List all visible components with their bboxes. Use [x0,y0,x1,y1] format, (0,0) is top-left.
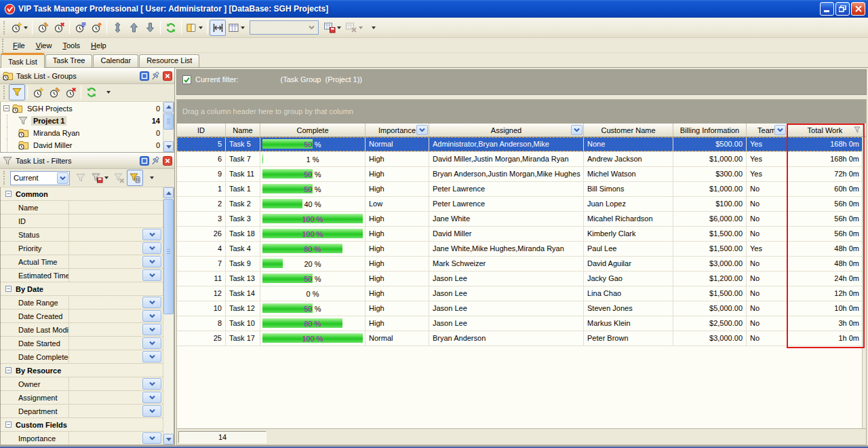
column-filter-dropdown-icon[interactable] [571,125,583,135]
grid-export-button[interactable] [321,20,343,36]
filter-field-date-completed[interactable]: Date Completed [1,350,163,364]
task-row-task-7[interactable]: 6Task 71%HighDavid Miller,Justin Morgan,… [177,152,866,167]
refresh-button[interactable] [163,20,179,36]
filter-field-date-range[interactable]: Date Range [1,296,163,310]
chevron-down-icon[interactable] [142,297,161,308]
scroll-up-icon[interactable] [163,102,174,113]
group-new-button[interactable] [30,84,46,100]
grid-scroll-strip[interactable] [862,137,866,428]
filter-field-value[interactable] [68,405,163,417]
group-edit-button[interactable] [46,84,62,100]
filter-field-value[interactable] [68,391,163,404]
filter-field-estimated-time[interactable]: Estimated Time [1,269,163,282]
chevron-down-icon[interactable] [142,337,161,349]
scroll-thumb[interactable] [163,199,174,314]
filter-field-importance[interactable]: Importance [1,432,163,445]
task-row-task-12[interactable]: 10Task 1250%HighJason LeeSteven Jones$5,… [177,301,866,316]
new-task-button[interactable] [9,20,30,36]
chevron-down-icon[interactable] [142,351,161,362]
menu-help[interactable]: Help [85,39,112,52]
chevron-down-icon[interactable] [306,22,317,33]
group-filter-button[interactable] [9,84,25,100]
tab-resource-list[interactable]: Resource List [139,54,199,67]
chevron-down-icon[interactable] [142,242,161,254]
chevron-down-icon[interactable] [142,378,161,390]
filter-field-date-last-modifi[interactable]: Date Last Modifi [1,323,163,337]
column-header-customer[interactable]: Customer Name [584,124,673,136]
tree-item-project-1[interactable]: Project 114 [1,115,163,127]
column-header-team[interactable]: Team [747,124,787,136]
grid-clear-button[interactable] [343,20,365,36]
column-header-assigned[interactable]: Assigned [429,124,584,136]
tab-task-list[interactable]: Task List [1,53,45,68]
column-header-id[interactable]: ID [177,124,226,136]
filter-field-date-created[interactable]: Date Created [1,310,163,323]
move-down-button[interactable] [142,20,158,36]
task-row-task-2[interactable]: 2Task 240%LowPeter LawrenceJuan Lopez$10… [177,197,866,212]
column-header-name[interactable]: Name [226,124,260,136]
filter-field-id[interactable]: ID [1,214,163,228]
tree-expander-icon[interactable]: − [3,105,9,111]
restore-button[interactable] [835,2,850,16]
filters-toolbar-grip[interactable] [3,171,7,185]
filter-field-value[interactable] [68,310,163,322]
groups-pin-icon[interactable] [151,71,161,81]
filter-clear-button[interactable] [111,170,127,186]
chevron-down-icon[interactable] [142,229,161,240]
filter-preset-select[interactable]: Current [10,171,70,185]
chevron-down-icon[interactable] [142,432,161,444]
filter-field-value[interactable] [68,323,163,336]
filter-section-custom-fields[interactable]: −Custom Fields [1,418,163,432]
section-expander-icon[interactable]: − [5,422,12,428]
filter-field-value[interactable] [68,377,163,390]
task-row-task-13[interactable]: 11Task 1350%HighJason LeeJacky Gao$1,200… [177,272,866,286]
move-updown-button[interactable] [109,20,125,36]
panels-button[interactable] [184,20,205,36]
tree-item-miranda-ryan[interactable]: Miranda Ryan0 [1,127,163,139]
toolbar-grip[interactable] [3,21,7,35]
scroll-down-icon[interactable] [163,434,174,445]
menu-file[interactable]: File [7,39,31,52]
minimize-button[interactable] [820,2,834,16]
filter-field-value[interactable] [68,350,163,363]
filter-field-department[interactable]: Department [1,405,163,418]
column-header-complete[interactable]: Complete [260,124,366,136]
filter-field-value[interactable] [68,242,163,255]
section-expander-icon[interactable]: − [5,286,12,292]
tree-item-david-miller[interactable]: David Miller0 [1,139,163,151]
move-up-button[interactable] [125,20,142,36]
filter-section-common[interactable]: −Common [1,187,163,201]
section-expander-icon[interactable]: − [5,191,12,197]
task-post-button[interactable] [88,20,104,36]
columns-button[interactable] [226,20,247,36]
task-row-task-3[interactable]: 3Task 3100%HighJane WhiteMicahel Richard… [177,212,866,227]
delete-task-button[interactable] [51,20,67,36]
chevron-down-icon[interactable] [142,269,161,281]
task-notes-button[interactable] [72,20,88,36]
chevron-down-icon[interactable] [142,324,161,335]
column-header-importance[interactable]: Importance [366,124,429,136]
filter-options-button[interactable] [143,170,159,186]
filter-field-status[interactable]: Status [1,228,163,242]
column-header-billing[interactable]: Billing Information [673,124,747,136]
section-expander-icon[interactable]: − [5,367,12,373]
filters-close-icon[interactable] [162,156,172,166]
group-delete-button[interactable] [62,84,79,100]
filter-field-value[interactable] [68,269,163,282]
column-filter-dropdown-icon[interactable] [416,125,428,135]
filter-save-button[interactable] [89,170,111,186]
close-button[interactable] [851,2,865,16]
column-filter-dropdown-icon[interactable] [774,125,786,135]
groups-maximize-icon[interactable] [139,71,149,81]
chevron-down-icon[interactable] [142,392,161,403]
filter-field-value[interactable] [68,255,163,268]
filter-field-date-started[interactable]: Date Started [1,337,163,350]
filter-field-owner[interactable]: Owner [1,377,163,391]
filter-field-value[interactable] [68,214,163,227]
fit-width-button[interactable] [210,20,226,36]
edit-task-button[interactable] [35,20,51,36]
group-refresh-button[interactable] [83,84,100,100]
filter-apply-button[interactable] [73,170,89,186]
task-row-task-1[interactable]: 1Task 150%HighPeter LawrenceBill Simons$… [177,182,866,197]
menubar-grip[interactable] [2,39,5,52]
